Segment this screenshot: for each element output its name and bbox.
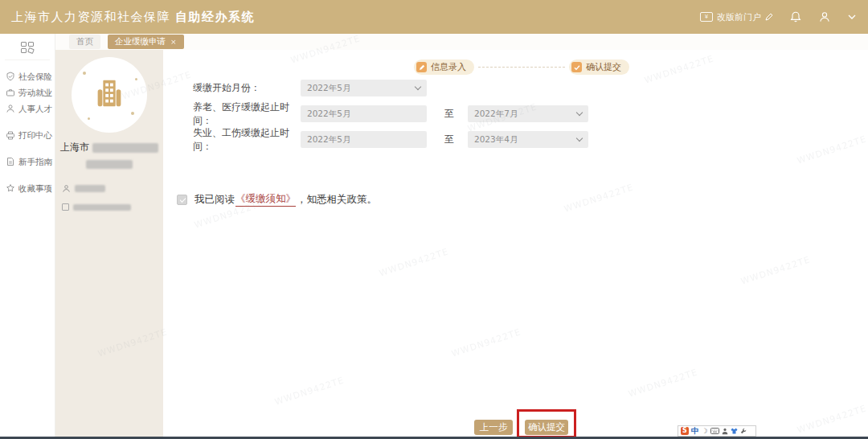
step-label: 信息录入	[431, 61, 466, 73]
skin-shirt-icon[interactable]	[731, 428, 738, 434]
main-content: 信息录入 确认提交 缓缴开始月份： 2022年5月 养老、医疗缓缴起止时间： 2…	[163, 50, 868, 435]
apps-grid-icon[interactable]	[20, 42, 35, 55]
app-title-sub: 自助经办系统	[175, 10, 255, 24]
sidebar-item-label: 新手指南	[18, 157, 52, 168]
user-avatar-icon[interactable]	[818, 10, 831, 23]
redacted-account-id	[75, 185, 105, 192]
form-row-pension-medical: 养老、医疗缓缴起止时间： 2022年5月 至 2022年7月	[193, 105, 588, 122]
app-title: 上海市人力资源和社会保障自助经办系统	[11, 10, 255, 25]
sidebar-item-social-insurance[interactable]: 社会保险	[0, 69, 55, 85]
redacted-credit-code	[73, 204, 131, 211]
agreement-suffix: ，知悉相关政策。	[297, 193, 377, 207]
chevron-down-icon	[576, 135, 583, 142]
sparkle-dot	[83, 72, 86, 75]
fullwidth-moon-icon[interactable]: ☽	[702, 428, 708, 435]
sidebar-item-print-center[interactable]: 打印中心	[0, 128, 55, 144]
joiner-label: 至	[444, 107, 455, 121]
edit-step-icon	[416, 62, 427, 72]
chinese-mode-icon[interactable]: 中	[691, 427, 699, 435]
person-small-icon	[62, 181, 71, 196]
briefcase-icon	[6, 88, 15, 99]
sparkle-dot	[88, 117, 90, 120]
person-icon	[6, 104, 15, 115]
deferral-start-month-select[interactable]: 2022年5月	[301, 80, 427, 96]
sidebar-item-beginner-guide[interactable]: 新手指南	[0, 154, 55, 170]
agreement-row: 我已阅读 《缓缴须知》 ，知悉相关政策。	[177, 192, 377, 207]
ime-toolbar: S 中 ☽	[678, 425, 756, 437]
company-account-row	[62, 181, 163, 196]
chevron-down-icon[interactable]	[847, 14, 857, 20]
header-actions: ¥ 改版前门户	[700, 10, 857, 23]
step-connector	[478, 67, 565, 68]
agreement-checkbox[interactable]	[177, 195, 187, 205]
app-title-main: 上海市人力资源和社会保障	[11, 10, 170, 24]
old-portal-label: 改版前门户	[717, 11, 761, 23]
monitor-icon: ¥	[700, 12, 713, 22]
sidebar: 社会保险 劳动就业 人事人才 打印中心 新手指南 收藏事项	[0, 34, 55, 437]
guide-doc-icon	[6, 157, 15, 168]
sidebar-item-label: 打印中心	[18, 130, 52, 142]
step-label: 确认提交	[586, 61, 621, 73]
tab-home[interactable]: 首页	[69, 35, 100, 49]
redacted-company-name	[92, 143, 158, 153]
unemployment-injury-end-select[interactable]: 2023年4月	[468, 131, 588, 148]
sidebar-item-employment[interactable]: 劳动就业	[0, 85, 55, 101]
sogou-logo-icon[interactable]: S	[681, 427, 689, 435]
wrench-icon[interactable]	[740, 428, 747, 434]
chevron-down-icon	[576, 109, 583, 116]
field-value: 2022年5月	[307, 134, 350, 146]
company-name: 上海市	[55, 141, 163, 154]
company-avatar	[72, 57, 147, 133]
company-name-prefix: 上海市	[60, 141, 89, 154]
selected-value: 2022年5月	[307, 83, 350, 94]
keyboard-icon[interactable]	[710, 428, 719, 434]
field-label: 养老、医疗缓缴起止时间：	[193, 101, 301, 128]
company-panel: 上海市	[55, 50, 163, 437]
pension-medical-start-field: 2022年5月	[301, 105, 427, 122]
step-indicator: 信息录入 确认提交	[414, 59, 629, 75]
tab-label: 企业缓缴申请	[115, 36, 166, 47]
star-icon	[6, 183, 15, 195]
sidebar-item-favorites[interactable]: 收藏事项	[0, 181, 55, 197]
notification-bell-icon[interactable]	[789, 10, 802, 23]
pension-medical-end-select[interactable]: 2022年7月	[468, 105, 588, 122]
chevron-down-icon	[415, 84, 421, 90]
sidebar-item-label: 社会保险	[18, 72, 52, 83]
selected-value: 2022年7月	[474, 109, 518, 120]
agreement-prefix: 我已阅读	[194, 193, 235, 207]
id-badge-icon	[62, 203, 69, 211]
field-value: 2022年5月	[307, 109, 350, 120]
form-row-unemployment-injury: 失业、工伤缓缴起止时间： 2022年5月 至 2023年4月	[193, 131, 588, 148]
person-icon[interactable]	[722, 428, 728, 435]
company-id-row	[62, 203, 163, 211]
step-info-entry: 信息录入	[414, 59, 474, 75]
building-icon	[91, 75, 128, 115]
sidebar-item-label: 收藏事项	[18, 183, 52, 195]
previous-step-button[interactable]: 上一步	[474, 420, 513, 435]
sidebar-item-talent[interactable]: 人事人才	[0, 101, 55, 117]
unemployment-injury-start-field: 2022年5月	[301, 131, 427, 148]
sidebar-item-label: 劳动就业	[18, 88, 52, 99]
deferral-notice-link[interactable]: 《缓缴须知》	[235, 192, 296, 207]
submit-step-icon	[571, 62, 582, 72]
redacted-company-name-line2	[86, 160, 133, 169]
tab-bar: 首页 企业缓缴申请 ×	[55, 34, 868, 50]
tab-enterprise-deferral[interactable]: 企业缓缴申请 ×	[108, 35, 184, 49]
step-confirm-submit: 确认提交	[569, 59, 629, 75]
deferral-form: 缓缴开始月份： 2022年5月 养老、医疗缓缴起止时间： 2022年5月 至 2…	[193, 80, 588, 157]
field-label: 缓缴开始月份：	[193, 81, 301, 95]
pencil-icon	[765, 13, 773, 21]
confirm-submit-button[interactable]: 确认提交	[525, 420, 568, 435]
printer-icon	[6, 130, 15, 142]
old-portal-link[interactable]: ¥ 改版前门户	[700, 11, 773, 23]
shield-icon	[6, 72, 15, 83]
joiner-label: 至	[444, 133, 455, 146]
sparkle-dot	[131, 112, 134, 115]
tab-close-icon[interactable]: ×	[170, 38, 177, 46]
divider	[5, 59, 50, 60]
selected-value: 2023年4月	[474, 134, 518, 146]
field-label: 失业、工伤缓缴起止时间：	[193, 126, 301, 154]
sidebar-item-label: 人事人才	[18, 104, 52, 115]
sparkle-dot	[135, 78, 137, 80]
app-header: 上海市人力资源和社会保障自助经办系统 ¥ 改版前门户	[0, 0, 868, 34]
